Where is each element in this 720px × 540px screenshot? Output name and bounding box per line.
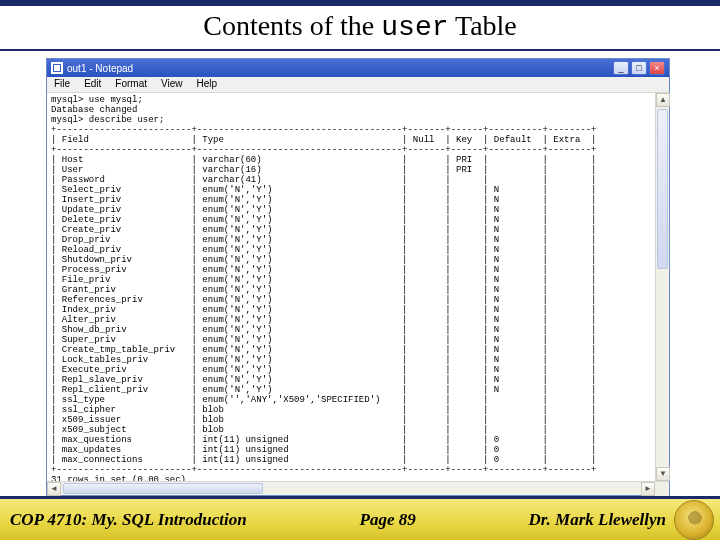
mysql-output: mysql> use mysql; Database changed mysql… bbox=[51, 95, 651, 481]
close-button[interactable]: × bbox=[649, 61, 665, 75]
menu-edit[interactable]: Edit bbox=[77, 77, 108, 92]
scroll-right-icon[interactable]: ► bbox=[641, 482, 655, 496]
footer-author: Dr. Mark Llewellyn bbox=[529, 510, 666, 530]
maximize-button[interactable]: □ bbox=[631, 61, 647, 75]
footer-course: COP 4710: My. SQL Introduction bbox=[10, 510, 247, 530]
notepad-titlebar[interactable]: out1 - Notepad _ □ × bbox=[47, 59, 669, 77]
title-prefix: Contents of the bbox=[203, 10, 381, 41]
title-rule bbox=[0, 49, 720, 51]
vertical-scrollbar[interactable]: ▲ ▼ bbox=[655, 93, 669, 481]
slide-footer: COP 4710: My. SQL Introduction Page 89 D… bbox=[0, 496, 720, 540]
menu-help[interactable]: Help bbox=[190, 77, 225, 92]
scroll-up-icon[interactable]: ▲ bbox=[656, 93, 670, 107]
footer-page: Page 89 bbox=[360, 510, 416, 530]
notepad-title-text: out1 - Notepad bbox=[67, 63, 613, 74]
scroll-down-icon[interactable]: ▼ bbox=[656, 467, 670, 481]
slide: Contents of the user Table out1 - Notepa… bbox=[0, 0, 720, 540]
menu-file[interactable]: File bbox=[47, 77, 77, 92]
menu-format[interactable]: Format bbox=[108, 77, 154, 92]
title-suffix: Table bbox=[449, 10, 517, 41]
scroll-corner bbox=[655, 482, 669, 496]
vscroll-thumb[interactable] bbox=[657, 109, 668, 269]
notepad-window: out1 - Notepad _ □ × File Edit Format Vi… bbox=[46, 58, 670, 496]
scroll-left-icon[interactable]: ◄ bbox=[47, 482, 61, 496]
ucf-logo-icon bbox=[674, 500, 714, 540]
notepad-content[interactable]: mysql> use mysql; Database changed mysql… bbox=[47, 93, 655, 481]
notepad-menubar: File Edit Format View Help bbox=[47, 77, 669, 93]
horizontal-scrollbar[interactable]: ◄ ► bbox=[47, 481, 669, 495]
minimize-button[interactable]: _ bbox=[613, 61, 629, 75]
title-code: user bbox=[381, 12, 448, 43]
window-controls: _ □ × bbox=[613, 61, 665, 75]
slide-title: Contents of the user Table bbox=[0, 6, 720, 49]
menu-view[interactable]: View bbox=[154, 77, 190, 92]
notepad-icon bbox=[51, 62, 63, 74]
hscroll-thumb[interactable] bbox=[63, 483, 263, 494]
notepad-body: mysql> use mysql; Database changed mysql… bbox=[47, 93, 669, 481]
